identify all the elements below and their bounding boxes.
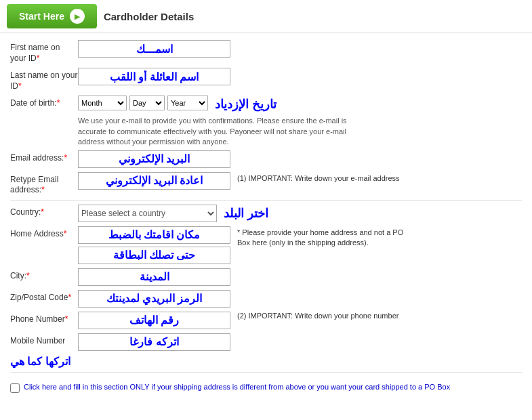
email-input[interactable] (78, 150, 230, 168)
home-address-inputs (78, 226, 230, 264)
dob-selects: Month Day Year (78, 96, 208, 110)
country-arabic-label: اختر البلد (224, 205, 268, 221)
zip-label: Zip/Postal Code* (10, 290, 78, 303)
city-input[interactable] (78, 268, 230, 286)
retype-email-note: (1) IMPORTANT: Write down your e-mail ad… (237, 172, 400, 184)
mobile-label: Mobile Number (10, 333, 78, 347)
dob-row: Date of birth:* Month Day Year تاريخ الإ… (10, 96, 522, 112)
retype-email-label: Retype Email address:* (10, 172, 78, 196)
dob-month-select[interactable]: Month (78, 96, 127, 110)
dob-label: Date of birth:* (10, 96, 78, 109)
home-address-note: * Please provide your home address and n… (237, 226, 407, 249)
email-label: Email address:* (10, 150, 78, 164)
phone-label: Phone Number* (10, 312, 78, 325)
phone-row: Phone Number* (2) IMPORTANT: Write down … (10, 312, 522, 329)
city-label: City:* (10, 268, 78, 282)
first-name-input[interactable] (78, 40, 230, 58)
mobile-input[interactable] (78, 333, 230, 351)
shipping-checkbox[interactable] (10, 383, 20, 393)
phone-input[interactable] (78, 312, 230, 329)
zip-row: Zip/Postal Code* (10, 290, 522, 308)
shipping-text: Click here and fill in this section ONLY… (24, 382, 450, 392)
arrow-icon (70, 9, 85, 24)
retype-email-row: Retype Email address:* (1) IMPORTANT: Wr… (10, 172, 522, 196)
home-address-label: Home Address* (10, 226, 78, 240)
last-name-row: Last name on your ID* (10, 68, 522, 91)
country-select[interactable]: Please select a country (78, 205, 217, 222)
phone-note: (2) IMPORTANT: Write down your phone num… (237, 312, 398, 320)
dob-arabic-label: تاريخ الإزدياد (215, 96, 277, 112)
last-name-label: Last name on your ID* (10, 68, 78, 91)
start-here-button[interactable]: Start Here (7, 4, 97, 28)
leave-empty-row: اتركها كما هي (10, 355, 522, 368)
city-row: City:* (10, 268, 522, 286)
form-container: First name on your ID* Last name on your… (0, 33, 532, 400)
shipping-row: Click here and fill in this section ONLY… (10, 377, 522, 393)
start-here-label: Start Here (19, 11, 64, 22)
email-notice: We use your e-mail to provide you with c… (10, 116, 349, 147)
home-address-input-2[interactable] (78, 247, 230, 264)
home-address-input-1[interactable] (78, 226, 230, 244)
home-address-row: Home Address* * Please provide your home… (10, 226, 522, 264)
country-row: Country:* Please select a country اختر ا… (10, 205, 522, 222)
cardholder-title: Cardholder Details (104, 11, 194, 22)
last-name-input[interactable] (78, 68, 230, 85)
mobile-row: Mobile Number (10, 333, 522, 351)
dob-year-select[interactable]: Year (167, 96, 208, 110)
email-row: Email address:* (10, 150, 522, 168)
country-label: Country:* (10, 205, 78, 218)
retype-email-input[interactable] (78, 172, 230, 190)
dob-day-select[interactable]: Day (129, 96, 165, 110)
first-name-row: First name on your ID* (10, 40, 522, 64)
zip-input[interactable] (78, 290, 230, 308)
first-name-label: First name on your ID* (10, 40, 78, 64)
leave-empty-label: اتركها كما هي (10, 356, 70, 367)
page-header: Start Here Cardholder Details (0, 0, 532, 33)
